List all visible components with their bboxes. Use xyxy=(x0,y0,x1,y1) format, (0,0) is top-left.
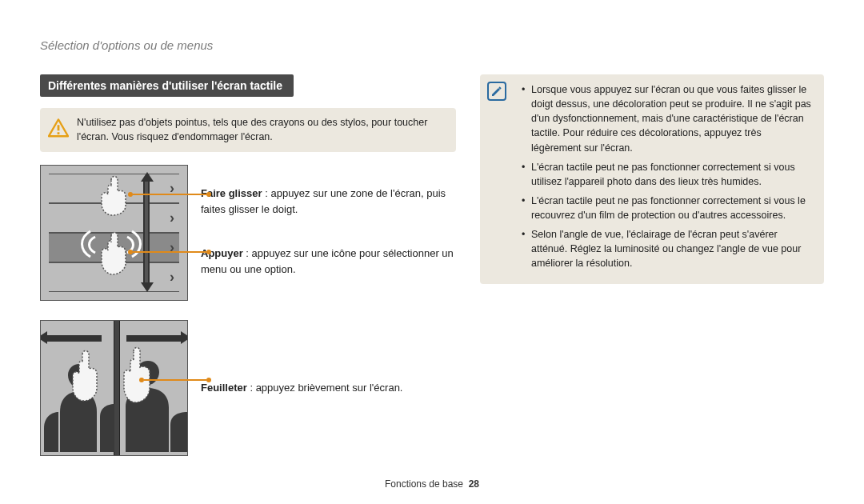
gesture-image-swipe xyxy=(40,320,188,456)
warning-triangle-icon xyxy=(48,118,69,142)
gesture-label-swipe: Feuilleter xyxy=(201,382,247,394)
note-callout: Lorsque vous appuyez sur l'écran ou que … xyxy=(480,74,824,284)
gesture-group-1: › › › › xyxy=(40,165,456,301)
horizontal-arrow-left-icon xyxy=(46,335,102,342)
page: Sélection d'options ou de menus Différen… xyxy=(0,0,864,504)
note-item: Selon l'angle de vue, l'éclairage de l'é… xyxy=(523,227,813,270)
note-item: Lorsque vous appuyez sur l'écran ou que … xyxy=(523,82,813,155)
gesture-image-drag-tap: › › › › xyxy=(40,165,188,301)
gesture-group-2: Feuilleter : appuyez brièvement sur l'éc… xyxy=(40,320,456,456)
note-list: Lorsque vous appuyez sur l'écran ou que … xyxy=(517,82,813,271)
hand-pointer-swipe-icon xyxy=(121,345,158,406)
section-title: Sélection d'options ou de menus xyxy=(40,38,824,52)
subheading-bar: Différentes manières d'utiliser l'écran … xyxy=(40,74,294,97)
note-item: L'écran tactile peut ne pas fonctionner … xyxy=(523,160,813,189)
svg-rect-0 xyxy=(58,125,60,130)
gesture-desc-drag: Faire glisser : appuyez sur une zone de … xyxy=(201,186,456,217)
connector-line-icon xyxy=(133,194,206,195)
gesture-desc-swipe: Feuilleter : appuyez brièvement sur l'éc… xyxy=(201,380,403,396)
right-column: Lorsque vous appuyez sur l'écran ou que … xyxy=(480,74,824,475)
warning-callout: N'utilisez pas d'objets pointus, tels qu… xyxy=(40,108,456,152)
warning-text: N'utilisez pas d'objets pointus, tels qu… xyxy=(77,117,427,142)
page-footer: Fonctions de base 28 xyxy=(0,478,864,490)
note-pencil-icon xyxy=(486,81,507,106)
page-number: 28 xyxy=(469,478,479,490)
gesture-desc-tap: Appuyer : appuyez sur une icône pour sél… xyxy=(201,246,456,277)
connector-line-icon xyxy=(133,251,206,253)
connector-line-icon xyxy=(144,379,206,381)
hand-pointer-swipe-icon xyxy=(70,348,105,404)
horizontal-arrow-right-icon xyxy=(126,335,182,342)
left-column: Différentes manières d'utiliser l'écran … xyxy=(40,74,456,475)
two-column-layout: Différentes manières d'utiliser l'écran … xyxy=(40,74,824,475)
svg-rect-1 xyxy=(58,132,60,134)
note-item: L'écran tactile peut ne pas fonctionner … xyxy=(523,194,813,222)
footer-label: Fonctions de base xyxy=(385,478,463,490)
